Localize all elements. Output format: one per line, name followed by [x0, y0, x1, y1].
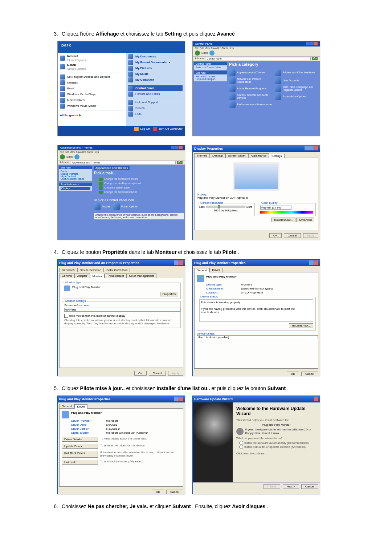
addressbar[interactable]: Address Appearance and Themes Go	[58, 160, 185, 165]
cat-appearance[interactable]: Appearance and Themes	[229, 69, 273, 77]
sm-item[interactable]: Help and Support	[128, 100, 183, 105]
cat-printers[interactable]: Printers and Other Hardware	[275, 69, 319, 77]
tab-general[interactable]: General	[194, 268, 209, 272]
task[interactable]: Change the screen resolution	[94, 190, 184, 195]
rollback-driver-button[interactable]: Roll Back Driver	[62, 451, 98, 458]
cancel-button[interactable]: Cancel	[166, 490, 183, 494]
sm-item[interactable]: My Pictures	[128, 65, 183, 71]
go-button[interactable]: Go	[312, 57, 318, 60]
cat-datetime[interactable]: Date, Time, Language, and Regional Optio…	[275, 85, 319, 93]
troubleshoot-button[interactable]: Troubleshoot...	[289, 323, 313, 328]
tab-colormgmt[interactable]: Color Management	[127, 274, 156, 278]
go-button[interactable]: Go	[177, 161, 183, 164]
next-button[interactable]: Next >	[283, 484, 299, 489]
side-link[interactable]: Windows Update	[196, 75, 225, 78]
forward-icon[interactable]	[209, 50, 215, 56]
task[interactable]: Change the computer's theme	[94, 177, 184, 182]
ok-button[interactable]: OK	[134, 371, 147, 376]
task[interactable]: Choose a screen saver	[94, 186, 184, 190]
addr-field[interactable]: Control Panel	[206, 57, 311, 60]
cancel-button[interactable]: Cancel	[301, 484, 318, 489]
back-icon[interactable]	[195, 50, 200, 56]
hide-modes-check[interactable]	[64, 314, 68, 318]
cat-network[interactable]: Network and Internet Connections	[229, 77, 273, 85]
tab[interactable]: Color Correction	[104, 268, 130, 272]
side-link[interactable]: High Contrast	[61, 175, 90, 178]
sm-item[interactable]: My Documents	[128, 54, 183, 60]
back-button[interactable]: < Back	[264, 484, 281, 489]
window-buttons[interactable]	[314, 397, 318, 402]
side-link[interactable]: Switch to Classic View	[196, 66, 225, 69]
side-link[interactable]: Fonts	[61, 170, 90, 173]
tab-desktop[interactable]: Desktop	[210, 153, 225, 158]
tab-general[interactable]: General	[59, 404, 74, 408]
usage-select[interactable]: Use this device (enable)	[197, 335, 318, 339]
tab-themes[interactable]: Themes	[194, 153, 210, 158]
sm-item[interactable]: E-mailOutlook Express	[60, 62, 124, 71]
sm-item[interactable]: Run...	[128, 111, 183, 117]
turnoff-button[interactable]: Turn Off Computer	[153, 127, 183, 131]
ok-button[interactable]: OK	[152, 490, 164, 494]
toolbar[interactable]: Back	[58, 154, 185, 160]
sm-item[interactable]: My Recent Documents ▸	[128, 60, 183, 65]
side-link[interactable]: Display	[61, 187, 90, 190]
window-buttons[interactable]	[306, 42, 318, 46]
cp-icon-folder[interactable]: Folder Options	[113, 203, 138, 211]
sm-item[interactable]: Notepad	[60, 80, 124, 86]
side-link[interactable]: Mouse Pointers	[61, 173, 90, 175]
tab-monitor[interactable]: Monitor	[90, 274, 105, 278]
addressbar[interactable]: Address Control Panel Go	[193, 56, 320, 61]
driver-details-button[interactable]: Driver Details...	[62, 437, 98, 442]
tab[interactable]: Device Selection	[77, 268, 104, 272]
tab-general[interactable]: General	[59, 274, 74, 278]
wiz-opt-auto[interactable]: Install the software automatically (Reco…	[239, 441, 316, 445]
toolbar[interactable]: Back	[193, 50, 320, 56]
sm-item[interactable]: InternetInternet Explorer	[60, 54, 124, 62]
uninstall-button[interactable]: Uninstall	[62, 460, 98, 465]
sm-item[interactable]: My Computer	[128, 77, 183, 83]
cat-access[interactable]: Accessibility Options	[275, 93, 319, 101]
cancel-button[interactable]: Cancel	[284, 233, 301, 238]
cat-addremove[interactable]: Add or Remove Programs	[229, 85, 273, 93]
apply-button[interactable]: Apply	[303, 233, 318, 238]
sm-item[interactable]: Search	[128, 105, 183, 111]
menubar[interactable]: File Edit View Favorites Tools Help	[58, 150, 185, 154]
refresh-select[interactable]: 60 Hertz	[64, 308, 180, 312]
window-buttons[interactable]	[171, 146, 183, 150]
window-buttons[interactable]	[174, 260, 183, 266]
cancel-button[interactable]: Cancel	[301, 372, 318, 376]
res-slider[interactable]	[206, 206, 245, 208]
tab-settings[interactable]: Settings	[269, 154, 285, 158]
tab[interactable]: GeForce3	[59, 268, 77, 272]
tab-driver[interactable]: Driver	[209, 268, 222, 272]
sm-item[interactable]: Printers and Faxes	[128, 91, 183, 97]
cat-perf[interactable]: Performance and Maintenance	[229, 101, 273, 109]
ok-button[interactable]: OK	[287, 372, 299, 376]
logoff-button[interactable]: Log Off	[134, 127, 150, 131]
sm-item[interactable]: MSN Explorer	[60, 97, 124, 103]
sm-item[interactable]: Windows Movie Maker	[60, 103, 124, 109]
ok-button[interactable]: OK	[269, 233, 282, 238]
task[interactable]: Change the desktop background	[94, 182, 184, 186]
properties-button[interactable]: Properties	[160, 292, 178, 296]
color-select[interactable]: Highest (32 bit)	[260, 206, 291, 210]
addr-field[interactable]: Appearance and Themes	[71, 161, 176, 164]
wiz-opt-list[interactable]: Install from a list or specific location…	[239, 445, 316, 449]
forward-icon[interactable]	[74, 154, 79, 159]
update-driver-button[interactable]: Update Driver...	[62, 444, 98, 449]
sm-item[interactable]: My Music	[128, 71, 183, 77]
tab-driver[interactable]: Driver	[74, 404, 87, 409]
tab-troubleshoot[interactable]: Troubleshoot	[105, 274, 126, 278]
sm-item[interactable]: Set Program Access and Defaults	[60, 74, 124, 80]
window-buttons[interactable]	[309, 260, 318, 266]
cancel-button[interactable]: Cancel	[149, 371, 166, 376]
sm-item[interactable]: Paint	[60, 86, 124, 92]
side-link[interactable]: User Account Picture	[61, 178, 90, 180]
sm-item[interactable]: Windows Media Player	[60, 92, 124, 97]
tab-screensaver[interactable]: Screen Saver	[225, 153, 248, 158]
cat-sounds[interactable]: Sounds, Speech, and Audio Devices	[229, 93, 273, 101]
apply-button[interactable]: Apply	[168, 371, 183, 376]
tab-adapter[interactable]: Adapter	[74, 274, 90, 278]
sm-item-control-panel[interactable]: Control Panel	[128, 85, 183, 91]
menubar[interactable]: File Edit View Favorites Tools Help	[193, 46, 320, 50]
